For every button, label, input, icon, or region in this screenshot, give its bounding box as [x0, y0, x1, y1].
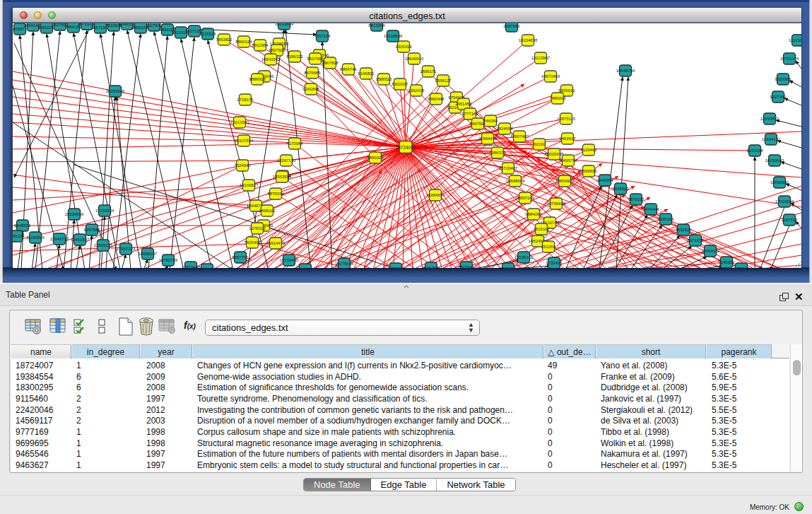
- svg-text:9245652: 9245652: [718, 260, 735, 264]
- svg-text:16154838: 16154838: [519, 38, 538, 42]
- svg-text:8675685: 8675685: [304, 71, 321, 75]
- svg-text:9558127: 9558127: [435, 78, 452, 83]
- svg-text:9227342: 9227342: [770, 95, 787, 99]
- svg-text:16648784: 16648784: [616, 69, 635, 73]
- svg-text:19218506: 19218506: [384, 34, 403, 38]
- svg-text:1278312: 1278312: [249, 226, 266, 230]
- svg-text:252254: 252254: [541, 245, 556, 249]
- svg-text:10756928: 10756928: [547, 201, 566, 206]
- svg-text:9948501: 9948501: [14, 223, 31, 228]
- svg-text:9657791: 9657791: [232, 255, 249, 259]
- svg-text:7524540: 7524540: [234, 163, 251, 168]
- svg-text:15716485: 15716485: [280, 258, 299, 262]
- svg-text:15720407: 15720407: [499, 166, 518, 170]
- svg-text:9474444: 9474444: [642, 207, 659, 211]
- svg-text:4170064: 4170064: [286, 141, 303, 146]
- svg-text:11156829: 11156829: [26, 235, 45, 240]
- svg-text:7625402: 7625402: [244, 240, 261, 245]
- svg-text:6305612: 6305612: [558, 88, 575, 93]
- svg-text:9132465: 9132465: [500, 267, 517, 268]
- svg-text:2451459: 2451459: [455, 102, 472, 106]
- svg-text:7485063: 7485063: [549, 96, 566, 100]
- svg-text:11451947: 11451947: [71, 238, 90, 242]
- svg-text:8322037: 8322037: [392, 82, 408, 86]
- svg-text:11123619: 11123619: [789, 38, 801, 42]
- svg-text:8878334: 8878334: [267, 192, 284, 196]
- svg-text:10025438: 10025438: [545, 152, 564, 156]
- svg-text:16543362: 16543362: [261, 57, 281, 62]
- svg-text:16782759: 16782759: [159, 258, 178, 262]
- svg-text:9463627: 9463627: [559, 136, 576, 141]
- svg-text:12444151: 12444151: [762, 137, 781, 141]
- svg-text:12213383: 12213383: [230, 120, 249, 124]
- svg-text:16914479: 16914479: [266, 241, 286, 245]
- svg-text:3624554: 3624554: [496, 127, 513, 131]
- svg-text:8660124: 8660124: [235, 40, 252, 44]
- svg-text:19384554: 19384554: [426, 193, 445, 197]
- svg-text:15136141: 15136141: [514, 255, 534, 259]
- svg-text:10973493: 10973493: [541, 74, 560, 78]
- svg-text:17016504: 17016504: [775, 199, 794, 204]
- svg-text:9329966: 9329966: [775, 77, 792, 81]
- svg-text:19166827: 19166827: [240, 183, 259, 187]
- svg-text:9115460: 9115460: [581, 148, 598, 152]
- svg-text:9827503: 9827503: [269, 48, 286, 52]
- svg-text:1640954: 1640954: [596, 178, 613, 182]
- svg-text:18640910: 18640910: [405, 57, 424, 61]
- svg-text:8601416: 8601416: [297, 267, 314, 268]
- svg-text:2087682: 2087682: [503, 24, 520, 28]
- svg-text:8939154: 8939154: [13, 234, 25, 238]
- svg-text:19654923: 19654923: [555, 179, 575, 183]
- svg-text:16107554: 16107554: [235, 139, 254, 143]
- svg-text:9699695: 9699695: [580, 169, 597, 173]
- svg-text:8186323: 8186323: [286, 54, 303, 59]
- svg-text:17957223: 17957223: [117, 247, 136, 251]
- svg-text:10275635: 10275635: [335, 262, 354, 266]
- svg-text:20364436: 20364436: [478, 136, 498, 141]
- svg-text:10958107: 10958107: [139, 252, 158, 256]
- svg-text:1325419: 1325419: [395, 45, 412, 49]
- svg-text:1588520: 1588520: [375, 77, 392, 81]
- svg-text:7632621: 7632621: [675, 228, 692, 232]
- svg-text:9450102: 9450102: [733, 267, 750, 268]
- svg-text:13267130: 13267130: [277, 158, 296, 163]
- svg-text:9397586: 9397586: [83, 228, 100, 232]
- svg-text:1733426: 1733426: [546, 261, 563, 265]
- svg-text:10654112: 10654112: [701, 249, 720, 253]
- svg-text:746266: 746266: [483, 119, 498, 123]
- svg-text:1167534: 1167534: [782, 218, 799, 222]
- svg-text:18724007: 18724007: [396, 145, 416, 150]
- svg-text:9242848: 9242848: [302, 87, 319, 91]
- svg-text:9884067: 9884067: [525, 212, 542, 216]
- svg-text:2967608: 2967608: [322, 61, 339, 65]
- svg-text:9896913: 9896913: [249, 77, 266, 81]
- svg-text:6879197: 6879197: [628, 197, 645, 201]
- svg-text:12975115: 12975115: [557, 117, 576, 121]
- svg-text:17159924: 17159924: [95, 209, 114, 213]
- svg-text:10688609: 10688609: [506, 179, 525, 183]
- svg-text:7663822: 7663822: [216, 37, 233, 42]
- svg-text:12093872: 12093872: [760, 117, 779, 121]
- svg-text:9108914: 9108914: [387, 267, 404, 268]
- svg-text:1890023: 1890023: [367, 156, 384, 160]
- svg-text:1696171: 1696171: [420, 69, 437, 74]
- svg-text:1615112: 1615112: [534, 227, 551, 231]
- svg-text:8813054: 8813054: [368, 23, 385, 28]
- svg-text:16033809: 16033809: [275, 23, 294, 26]
- svg-text:12923448: 12923448: [182, 265, 201, 268]
- svg-text:62160: 62160: [534, 142, 546, 146]
- svg-text:8454749: 8454749: [340, 67, 357, 71]
- svg-text:15751074: 15751074: [780, 57, 799, 61]
- svg-text:12942737: 12942737: [50, 237, 69, 241]
- svg-text:20206556: 20206556: [65, 212, 84, 216]
- svg-text:8471676: 8471676: [687, 238, 704, 243]
- svg-text:10807487: 10807487: [510, 134, 529, 139]
- svg-text:3498222: 3498222: [259, 209, 276, 213]
- svg-text:7357224: 7357224: [314, 34, 331, 38]
- svg-text:12505135: 12505135: [94, 243, 113, 247]
- svg-text:2935114: 2935114: [658, 217, 675, 221]
- svg-text:18353594: 18353594: [273, 175, 292, 179]
- svg-text:16495796: 16495796: [559, 158, 578, 163]
- svg-text:12213967: 12213967: [531, 56, 551, 60]
- svg-text:12214691: 12214691: [422, 266, 441, 268]
